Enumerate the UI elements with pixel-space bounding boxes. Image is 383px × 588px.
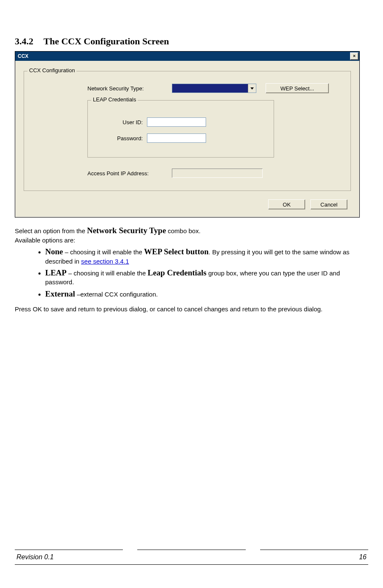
chevron-down-icon[interactable]	[248, 84, 256, 93]
leap-credentials-group: LEAP Credentials User ID: Password:	[87, 100, 274, 158]
network-security-type-label: Network Security Type:	[87, 85, 172, 92]
nst-term: Network Security Type	[87, 226, 166, 235]
section-number: 3.4.2	[15, 36, 33, 47]
network-security-type-combo[interactable]	[172, 84, 256, 93]
wep-select-button[interactable]: WEP Select...	[266, 83, 329, 93]
ap-ip-field	[172, 169, 263, 178]
dialog-title: CCX	[18, 53, 28, 59]
titlebar: CCX ×	[15, 52, 359, 61]
userid-field[interactable]	[147, 117, 206, 127]
password-label: Password:	[96, 135, 147, 142]
ap-ip-label: Access Point IP Address:	[87, 170, 172, 177]
option-leap: LEAP – choosing it will enable the Leap …	[45, 267, 368, 287]
cancel-button[interactable]: Cancel	[310, 199, 348, 210]
password-field[interactable]	[147, 133, 206, 143]
option-external: External –external CCX configuration.	[45, 289, 368, 299]
ccx-configuration-group: CCX Configuration Network Security Type:…	[24, 71, 351, 191]
revision-label: Revision 0.1	[16, 553, 54, 561]
ok-button[interactable]: OK	[268, 199, 305, 210]
see-section-link[interactable]: see section 3.4.1	[81, 258, 129, 265]
section-title: The CCX Configuration Screen	[43, 36, 169, 46]
body-text: Select an option from the Network Securi…	[15, 225, 368, 314]
ccx-group-legend: CCX Configuration	[27, 67, 76, 74]
section-heading: 3.4.2The CCX Configuration Screen	[15, 36, 368, 47]
userid-label: User ID:	[96, 119, 147, 125]
page-footer: Revision 0.1 16	[15, 550, 368, 565]
page-number: 16	[359, 553, 367, 561]
leap-group-legend: LEAP Credentials	[91, 96, 138, 103]
ccx-dialog: CCX × CCX Configuration Network Security…	[15, 51, 360, 218]
option-none: None – choosing it will enable the WEP S…	[45, 246, 368, 266]
close-icon[interactable]: ×	[350, 52, 359, 60]
